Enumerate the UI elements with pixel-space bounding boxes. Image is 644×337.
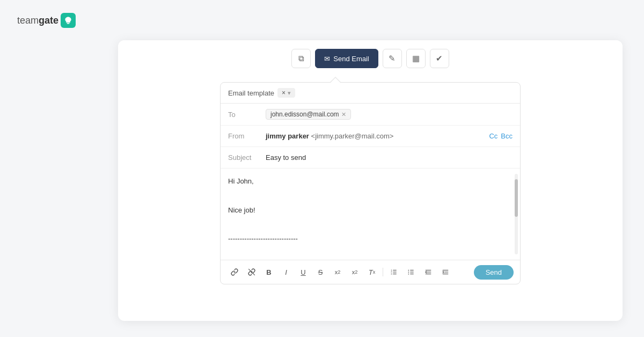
copy-button[interactable]: ⧉ bbox=[291, 49, 311, 68]
send-email-button[interactable]: ✉ Send Email bbox=[315, 49, 378, 68]
task-icon: ✔ bbox=[436, 54, 443, 63]
compose-pointer bbox=[330, 77, 341, 82]
template-label: Email template bbox=[228, 89, 274, 97]
email-icon: ✉ bbox=[324, 55, 330, 63]
scroll-indicator[interactable] bbox=[515, 174, 518, 254]
logo-icon bbox=[61, 13, 76, 28]
subject-label: Subject bbox=[228, 153, 266, 162]
body-line-3: Nice job! bbox=[228, 205, 513, 216]
cc-bcc-area: Cc Bcc bbox=[489, 132, 513, 140]
send-button[interactable]: Send bbox=[474, 265, 514, 280]
underline-button[interactable]: U bbox=[296, 265, 311, 280]
body-line-2 bbox=[228, 191, 513, 202]
svg-point-12 bbox=[408, 274, 409, 275]
to-value[interactable]: john.edisson@mail.com ✕ bbox=[266, 109, 513, 120]
edit-icon: ✎ bbox=[389, 54, 396, 63]
from-name: jimmy parker bbox=[266, 132, 309, 140]
compose-area: Email template × ▾ To john.edisson@mail.… bbox=[220, 77, 521, 284]
logo-text: teamgate bbox=[17, 15, 58, 26]
task-button[interactable]: ✔ bbox=[430, 49, 449, 68]
subject-value[interactable]: Easy to send bbox=[266, 153, 513, 162]
unlink-button[interactable] bbox=[244, 265, 259, 280]
subscript-button[interactable]: x2 bbox=[330, 265, 345, 280]
from-email: <jimmy.parker@mail.com> bbox=[311, 132, 394, 140]
from-label: From bbox=[228, 132, 266, 140]
clear-format-button[interactable]: Tx bbox=[364, 265, 379, 280]
logo: teamgate bbox=[17, 13, 76, 28]
svg-point-11 bbox=[408, 272, 409, 273]
subject-field: Subject Easy to send bbox=[221, 147, 520, 169]
unordered-list-button[interactable] bbox=[404, 265, 419, 280]
to-field: To john.edisson@mail.com ✕ bbox=[221, 104, 520, 126]
from-field: From jimmy parker <jimmy.parker@mail.com… bbox=[221, 126, 520, 147]
template-header: Email template × ▾ bbox=[221, 83, 520, 104]
email-body[interactable]: Hi John, Nice job! ---------------------… bbox=[221, 169, 520, 260]
template-tag: × ▾ bbox=[277, 88, 295, 98]
to-label: To bbox=[228, 111, 266, 119]
indent-less-button[interactable] bbox=[421, 265, 436, 280]
from-value: jimmy parker <jimmy.parker@mail.com> bbox=[266, 132, 489, 140]
strikethrough-button[interactable]: S bbox=[313, 265, 328, 280]
main-card: ⧉ ✉ Send Email ✎ ▦ ✔ Email template bbox=[118, 40, 623, 321]
format-toolbar: B I U S x2 x2 Tx 1 2 bbox=[221, 260, 520, 284]
compose-box: Email template × ▾ To john.edisson@mail.… bbox=[220, 82, 521, 284]
copy-icon: ⧉ bbox=[298, 54, 304, 63]
send-email-label: Send Email bbox=[333, 55, 369, 63]
scroll-thumb bbox=[515, 179, 518, 217]
cc-button[interactable]: Cc bbox=[489, 132, 497, 140]
remove-recipient[interactable]: ✕ bbox=[341, 111, 346, 118]
toolbar: ⧉ ✉ Send Email ✎ ▦ ✔ bbox=[118, 40, 623, 77]
separator-1 bbox=[383, 268, 383, 276]
svg-point-10 bbox=[408, 270, 409, 271]
calendar-button[interactable]: ▦ bbox=[406, 49, 426, 68]
svg-text:3: 3 bbox=[391, 273, 392, 275]
recipient-tag: john.edisson@mail.com ✕ bbox=[266, 109, 351, 120]
template-chevron[interactable]: ▾ bbox=[288, 90, 291, 97]
body-line-4 bbox=[228, 219, 513, 230]
link-button[interactable] bbox=[227, 265, 242, 280]
template-close[interactable]: × bbox=[282, 89, 286, 97]
body-line-6 bbox=[228, 248, 513, 259]
body-line-1: Hi John, bbox=[228, 176, 513, 187]
ordered-list-button[interactable]: 1 2 3 bbox=[386, 265, 401, 280]
calendar-icon: ▦ bbox=[412, 54, 420, 63]
bcc-button[interactable]: Bcc bbox=[501, 132, 513, 140]
edit-button[interactable]: ✎ bbox=[383, 49, 402, 68]
italic-button[interactable]: I bbox=[279, 265, 294, 280]
bold-button[interactable]: B bbox=[261, 265, 276, 280]
body-line-5: ------------------------------ bbox=[228, 233, 513, 245]
indent-more-button[interactable] bbox=[438, 265, 453, 280]
superscript-button[interactable]: x2 bbox=[347, 265, 362, 280]
